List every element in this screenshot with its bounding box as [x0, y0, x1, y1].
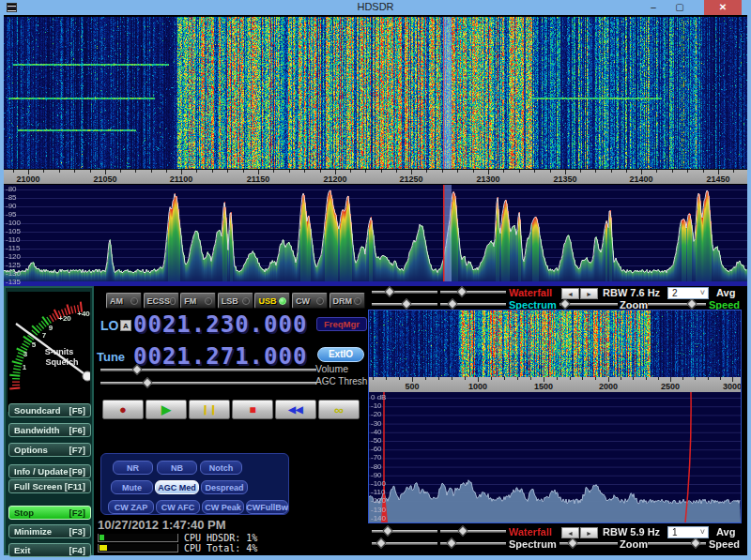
title-bar[interactable]: HDSDR – ▢ ✕ — [0, 0, 751, 15]
strip-slider-2-track[interactable] — [440, 530, 506, 533]
rbw-decrease-button[interactable]: ◄ — [561, 527, 579, 538]
db-label: -50 — [371, 437, 382, 445]
freqmgr-button[interactable]: FreqMgr — [316, 317, 367, 331]
speed-slider[interactable] — [648, 300, 706, 309]
waterfall-tab-label[interactable]: Waterfall — [509, 287, 552, 298]
scale-tick-label: 1500 — [534, 382, 553, 391]
lo-frequency-display[interactable]: 0021.230.000 — [133, 311, 307, 338]
record-button[interactable]: ● — [102, 400, 144, 419]
dsp-button-cwfullbw[interactable]: CWFullBw — [246, 500, 288, 514]
left-button-stop[interactable]: Stop[F2] — [8, 506, 91, 520]
zoom-slider[interactable] — [559, 300, 618, 309]
strip-slider-2[interactable] — [440, 527, 506, 536]
minimize-window-button[interactable]: – — [642, 0, 665, 15]
loop-button[interactable]: ∞ — [318, 400, 360, 419]
dsp-button-cw-peak[interactable]: CW Peak — [202, 500, 244, 514]
strip-slider-4-thumb[interactable] — [447, 298, 457, 309]
zoom-slider-thumb[interactable] — [567, 537, 577, 548]
mode-button-ecss[interactable]: ECSS — [144, 293, 179, 309]
mode-button-am[interactable]: AM — [106, 293, 142, 309]
strip-slider-1[interactable] — [372, 288, 437, 296]
speed-slider[interactable] — [648, 539, 706, 548]
sub-spectrum[interactable]: 0 dB-10-20-30-40-50-60-70-80-90-100-110-… — [369, 392, 741, 522]
rbw-decrease-button[interactable]: ◄ — [561, 288, 579, 299]
sub-waterfall-canvas[interactable] — [369, 310, 741, 377]
volume-slider[interactable] — [100, 366, 316, 374]
mode-button-drm[interactable]: DRM — [330, 293, 365, 309]
strip-slider-4[interactable] — [440, 300, 506, 309]
mode-button-label: LSB — [222, 296, 238, 306]
speed-slider-thumb[interactable] — [686, 298, 697, 309]
dsp-button-despread[interactable]: Despread — [201, 480, 248, 494]
left-button-info-update[interactable]: Info / Update[F9] — [8, 464, 91, 478]
strip-slider-3[interactable] — [372, 539, 437, 548]
strip-slider-2-track[interactable] — [440, 291, 506, 294]
left-button-exit[interactable]: Exit[F4] — [8, 543, 91, 557]
main-waterfall-canvas[interactable] — [4, 17, 747, 169]
lo-auto-badge[interactable]: A — [120, 320, 131, 331]
rbw-increase-button[interactable]: ► — [580, 527, 598, 538]
strip-slider-1-thumb[interactable] — [384, 286, 394, 296]
dsp-button-nb[interactable]: NB — [157, 461, 197, 475]
db-label: 0 dB — [371, 394, 386, 401]
pause-button[interactable]: ❙❙ — [189, 400, 230, 419]
strip-slider-2-thumb[interactable] — [456, 286, 467, 296]
maximize-window-button[interactable]: ▢ — [668, 0, 691, 15]
db-label: -80 — [6, 186, 17, 193]
scale-minor-tick — [452, 377, 452, 380]
strip-slider-2-thumb[interactable] — [457, 525, 467, 536]
left-button-full-screen[interactable]: Full Screen[F11] — [8, 479, 91, 493]
strip-slider-4-thumb[interactable] — [446, 537, 456, 548]
spectrum-tab-label[interactable]: Spectrum — [509, 538, 557, 550]
db-label: -30 — [371, 420, 382, 428]
loop-icon: ∞ — [334, 403, 344, 416]
scale-minor-tick — [386, 377, 387, 380]
left-button-bandwidth[interactable]: Bandwidth[F6] — [8, 423, 91, 437]
lo-label: LO — [100, 318, 118, 333]
dsp-button-agc-med[interactable]: AGC Med — [155, 480, 199, 494]
mode-button-usb[interactable]: USB — [254, 293, 290, 309]
zoom-slider[interactable] — [559, 539, 618, 548]
strip-slider-4[interactable] — [440, 539, 506, 548]
dsp-button-cw-afc[interactable]: CW AFC — [156, 500, 200, 514]
waterfall-tab-label[interactable]: Waterfall — [509, 526, 552, 537]
left-button-options[interactable]: Options[F7] — [8, 443, 91, 457]
close-window-button[interactable]: ✕ — [704, 0, 742, 15]
left-control-panel: 13579+20+40 S-units Squelch Soundcard[F5… — [4, 286, 94, 555]
dsp-button-mute[interactable]: Mute — [111, 480, 153, 494]
main-frequency-scale[interactable]: 2100021050211002115021200212502130021350… — [4, 170, 747, 184]
strip-slider-3-thumb[interactable] — [376, 537, 386, 548]
rewind-button[interactable]: ◀◀ — [275, 400, 316, 419]
mode-button-fm[interactable]: FM — [180, 293, 216, 309]
strip-slider-1-thumb[interactable] — [382, 525, 392, 536]
mode-button-cw[interactable]: CW — [292, 293, 328, 309]
stop-button[interactable]: ■ — [232, 400, 273, 419]
dsp-button-cw-zap[interactable]: CW ZAP — [108, 500, 154, 514]
left-button-soundcard[interactable]: Soundcard[F5] — [8, 403, 91, 417]
scale-minor-tick — [457, 170, 458, 173]
agc-threshold-slider-track[interactable] — [100, 382, 316, 385]
strip-slider-1[interactable] — [372, 527, 437, 536]
strip-slider-3[interactable] — [372, 300, 437, 309]
strip-slider-3-thumb[interactable] — [401, 298, 411, 309]
avg-count-select[interactable]: 2˅ — [667, 287, 709, 299]
agc-threshold-slider[interactable] — [100, 379, 316, 387]
main-spectrum[interactable]: -80-85-90-95-100-105-110-115-120-125-130… — [4, 185, 747, 286]
dsp-button-notch[interactable]: Notch — [200, 461, 242, 475]
left-button-minimize[interactable]: Minimize[F3] — [8, 524, 91, 538]
agc-threshold-slider-thumb[interactable] — [142, 377, 152, 387]
zoom-slider-thumb[interactable] — [559, 298, 570, 309]
dsp-button-nr[interactable]: NR — [113, 461, 153, 475]
extio-button[interactable]: ExtIO — [317, 347, 364, 362]
avg-count-select[interactable]: 1˅ — [667, 526, 709, 538]
strip-slider-2[interactable] — [440, 288, 506, 296]
sub-frequency-scale[interactable]: 50010001500200025003000 — [369, 377, 741, 392]
strip-slider-1-track[interactable] — [372, 291, 437, 294]
speed-slider-thumb[interactable] — [690, 537, 700, 548]
db-label: -110 — [371, 489, 385, 496]
left-button-key: [F3] — [69, 526, 85, 537]
play-button[interactable]: ▶ — [146, 400, 187, 419]
volume-slider-thumb[interactable] — [131, 364, 142, 374]
mode-button-lsb[interactable]: LSB — [218, 293, 253, 309]
rbw-increase-button[interactable]: ► — [580, 288, 598, 299]
